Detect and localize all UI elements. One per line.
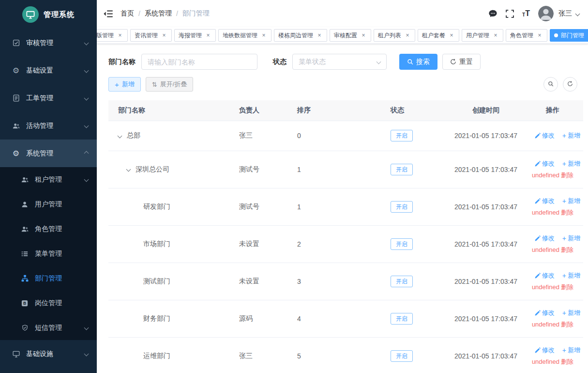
tab-close-icon[interactable]: × [360, 32, 367, 39]
toolbar-right [543, 77, 583, 92]
font-size-icon[interactable]: TT [522, 10, 530, 17]
add-link[interactable]: +新增 [562, 271, 580, 280]
delete-link[interactable]: undefined删除 [532, 208, 573, 217]
refresh-table-button[interactable] [563, 77, 577, 92]
refresh-icon [450, 59, 456, 65]
delete-link[interactable]: undefined删除 [532, 171, 573, 180]
add-link[interactable]: +新增 [562, 346, 580, 355]
main-area: 首页/系统管理/部门管理 TT 张三 版管理×资讯管理×海报管理×地铁数据管理×… [97, 0, 588, 373]
delete-link[interactable]: undefined删除 [532, 246, 573, 254]
sidebar-item-system[interactable]: ⚙系统管理 [0, 140, 97, 167]
breadcrumb-item[interactable]: 系统管理 [145, 9, 172, 18]
refresh-icon [567, 81, 573, 88]
tab-close-icon[interactable]: × [492, 32, 499, 39]
tab-item-3[interactable]: 地铁数据管理× [218, 29, 271, 42]
dept-name-label: 部门名称 [108, 58, 136, 66]
toggle-search-button[interactable] [543, 77, 558, 92]
tree-expand-icon[interactable] [118, 134, 127, 138]
sidebar-item-menu[interactable]: 菜单管理 [0, 241, 97, 266]
delete-link[interactable]: undefined删除 [532, 283, 573, 292]
delete-link-label: 删除 [561, 320, 573, 329]
dept-name-input[interactable] [141, 54, 257, 70]
add-button[interactable]: + 新增 [108, 77, 141, 92]
edit-link[interactable]: 修改 [535, 346, 555, 355]
edit-link[interactable]: 修改 [535, 271, 555, 280]
reset-button[interactable]: 重置 [442, 54, 481, 70]
tab-close-icon[interactable]: × [536, 32, 543, 39]
sidebar-item-activity[interactable]: 活动管理 [0, 112, 97, 140]
tab-item-1[interactable]: 资讯管理× [130, 29, 172, 42]
tab-item-8[interactable]: 用户管理× [462, 29, 503, 42]
tab-item-0[interactable]: 版管理× [97, 29, 128, 42]
delete-link-label: 删除 [561, 357, 573, 366]
fullscreen-icon[interactable] [506, 10, 514, 18]
sidebar-item-tenant[interactable]: 租户管理 [0, 167, 97, 192]
tab-item-10[interactable]: 部门管理× [550, 29, 588, 42]
sidebar-item-department[interactable]: 部门管理 [0, 266, 97, 291]
svg-text:B: B [23, 301, 26, 306]
search-button[interactable]: 搜索 [399, 54, 437, 70]
tab-close-icon[interactable]: × [404, 32, 411, 39]
add-link[interactable]: +新增 [562, 159, 580, 168]
chevron-down-icon [575, 11, 580, 16]
add-button-label: 新增 [122, 80, 135, 89]
table-row: 深圳总公司测试号1开启2021-01-05 17:03:47修改+新增undef… [108, 151, 583, 188]
add-link[interactable]: +新增 [562, 234, 580, 243]
sidebar-item-work-order[interactable]: 工单管理 [0, 84, 97, 112]
sidebar-item-post[interactable]: B岗位管理 [0, 291, 97, 315]
add-link[interactable]: +新增 [562, 131, 580, 140]
tree-expand-icon[interactable] [127, 168, 136, 171]
message-icon[interactable] [488, 9, 498, 18]
status-cell: 开启 [382, 263, 450, 300]
sidebar-item-label: 岗位管理 [35, 299, 88, 308]
delete-link[interactable]: undefined删除 [532, 320, 573, 329]
edit-link[interactable]: 修改 [535, 234, 555, 243]
sidebar-item-user[interactable]: 用户管理 [0, 192, 97, 217]
sidebar-fold-icon[interactable] [104, 10, 113, 17]
chevron-down-icon [85, 41, 88, 45]
expand-collapse-button[interactable]: ⇅ 展开/折叠 [146, 77, 194, 92]
dept-name-cell: 市场部门 [108, 225, 229, 263]
operations-line-1: 修改+新增 [535, 271, 580, 280]
dept-name-wrap: 测试部门 [118, 277, 225, 286]
tab-item-7[interactable]: 租户套餐× [418, 29, 459, 42]
user-name[interactable]: 张三 [558, 9, 572, 18]
tab-item-9[interactable]: 角色管理× [506, 29, 547, 42]
tab-close-icon[interactable]: × [316, 32, 323, 39]
sidebar-item-basic-settings[interactable]: ⚙基础设置 [0, 57, 97, 84]
edit-link[interactable]: 修改 [535, 131, 555, 140]
tab-item-5[interactable]: 审核配置× [330, 29, 371, 42]
tab-close-icon[interactable]: × [205, 32, 211, 39]
app-logo[interactable]: 管理系统 [0, 0, 97, 29]
chevron-down-icon [85, 69, 88, 72]
app-root: 管理系统 审核管理⚙基础设置工单管理活动管理⚙系统管理租户管理用户管理角色管理菜… [0, 0, 588, 373]
edit-link[interactable]: 修改 [535, 159, 555, 168]
leader-cell: 张三 [229, 337, 287, 373]
delete-link-label: 删除 [561, 208, 573, 217]
sidebar-item-audit[interactable]: 审核管理 [0, 29, 97, 57]
tab-close-icon[interactable]: × [448, 32, 455, 39]
sidebar-item-role[interactable]: 角色管理 [0, 217, 97, 241]
delete-link-label: 删除 [561, 246, 573, 254]
delete-link[interactable]: undefined删除 [532, 357, 573, 366]
add-link[interactable]: +新增 [562, 197, 580, 205]
tab-item-2[interactable]: 海报管理× [174, 29, 216, 42]
tab-close-icon[interactable]: × [260, 32, 267, 39]
breadcrumb-item[interactable]: 首页 [121, 9, 134, 18]
operations-cell: 修改+新增undefined删除 [522, 337, 583, 373]
status-select[interactable]: 菜单状态 [292, 54, 387, 70]
operations-cell: 修改+新增undefined删除 [522, 188, 583, 225]
edit-link[interactable]: 修改 [535, 197, 555, 205]
tab-close-icon[interactable]: × [117, 32, 123, 39]
sidebar-item-sms[interactable]: 短信管理 [0, 315, 97, 340]
user-menu-caret-icon[interactable] [576, 9, 579, 17]
avatar[interactable] [538, 6, 554, 21]
plus-icon: + [115, 81, 119, 88]
tab-item-4[interactable]: 楼栋周边管理× [274, 29, 327, 42]
status-badge: 开启 [391, 164, 413, 175]
tab-item-6[interactable]: 租户列表× [374, 29, 415, 42]
sidebar-item-infrastructure[interactable]: 基础设施 [0, 340, 97, 368]
tab-close-icon[interactable]: × [161, 32, 167, 39]
add-link[interactable]: +新增 [562, 309, 580, 317]
edit-link[interactable]: 修改 [535, 309, 555, 317]
